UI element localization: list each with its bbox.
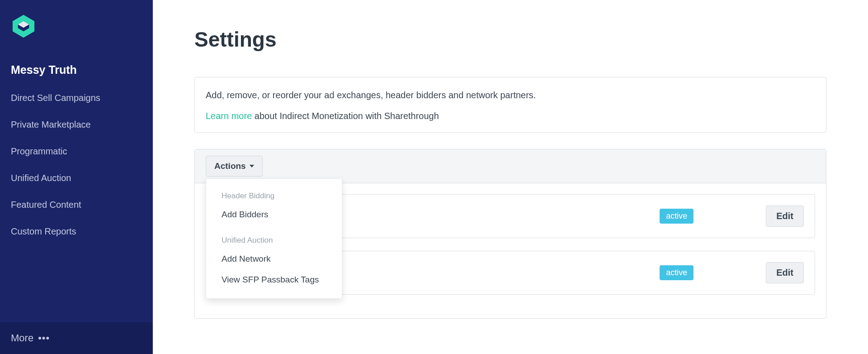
- settings-panel: Actions Header Bidding Add Bidders Unifi…: [194, 149, 826, 319]
- actions-dropdown: Header Bidding Add Bidders Unified Aucti…: [206, 178, 342, 299]
- sidebar-more[interactable]: More •••: [0, 322, 153, 354]
- intro-line2-rest: about Indirect Monetization with Shareth…: [252, 111, 439, 121]
- row-actions: active Edit: [660, 262, 804, 283]
- sidebar-item-featured-content[interactable]: Featured Content: [0, 191, 153, 218]
- dropdown-section-header-bidding: Header Bidding: [206, 188, 342, 204]
- status-badge: active: [660, 265, 693, 280]
- row-actions: active Edit: [660, 206, 804, 227]
- status-badge: active: [660, 209, 693, 224]
- logo-area: [0, 0, 153, 50]
- account-name: Messy Truth: [0, 50, 153, 85]
- intro-line2: Learn more about Indirect Monetization w…: [206, 111, 815, 121]
- intro-box: Add, remove, or reorder your ad exchange…: [194, 77, 826, 133]
- dropdown-item-view-sfp-passback-tags[interactable]: View SFP Passback Tags: [206, 269, 342, 290]
- learn-more-link[interactable]: Learn more: [206, 111, 252, 121]
- actions-button-label: Actions: [214, 161, 246, 171]
- edit-button[interactable]: Edit: [766, 206, 804, 227]
- panel-header: Actions Header Bidding Add Bidders Unifi…: [195, 149, 826, 183]
- sidebar-nav: Direct Sell Campaigns Private Marketplac…: [0, 85, 153, 245]
- ellipsis-icon: •••: [38, 333, 50, 343]
- sidebar: Messy Truth Direct Sell Campaigns Privat…: [0, 0, 153, 354]
- dropdown-item-add-bidders[interactable]: Add Bidders: [206, 204, 342, 225]
- page-title: Settings: [194, 27, 826, 52]
- sidebar-item-custom-reports[interactable]: Custom Reports: [0, 218, 153, 245]
- sidebar-item-programmatic[interactable]: Programmatic: [0, 138, 153, 165]
- dropdown-section-unified-auction: Unified Auction: [206, 232, 342, 249]
- dropdown-item-add-network[interactable]: Add Network: [206, 249, 342, 269]
- brand-logo-icon: [11, 14, 36, 39]
- sidebar-item-private-marketplace[interactable]: Private Marketplace: [0, 111, 153, 138]
- sidebar-more-label: More: [11, 332, 33, 344]
- edit-button[interactable]: Edit: [766, 262, 804, 283]
- sidebar-item-direct-sell[interactable]: Direct Sell Campaigns: [0, 85, 153, 111]
- main-content: Settings Add, remove, or reorder your ad…: [153, 0, 868, 354]
- sidebar-item-unified-auction[interactable]: Unified Auction: [0, 165, 153, 191]
- intro-line1: Add, remove, or reorder your ad exchange…: [206, 88, 815, 102]
- caret-down-icon: [250, 165, 254, 167]
- actions-button[interactable]: Actions: [206, 156, 263, 177]
